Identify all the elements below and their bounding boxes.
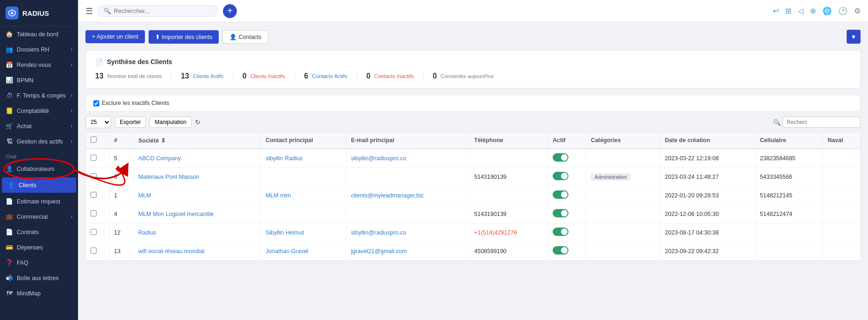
- sidebar-item-estimate[interactable]: 📄 Estimate request: [0, 194, 78, 209]
- row-email[interactable]: sibyllin@radiuspro.co: [346, 223, 469, 242]
- table-search-input[interactable]: [783, 117, 861, 128]
- row-contact[interactable]: sibyllin Radius: [261, 149, 346, 168]
- per-page-select[interactable]: 25 50 100: [85, 116, 111, 128]
- export-button[interactable]: Exporter: [115, 117, 146, 128]
- import-clients-button[interactable]: ⬆ Importer des clients: [149, 30, 219, 44]
- row-actif[interactable]: [548, 205, 586, 223]
- history-icon[interactable]: ↩: [773, 7, 779, 15]
- sidebar-item-commercial[interactable]: 💼 Commercial ›: [0, 209, 78, 224]
- chevron-icon: ›: [71, 62, 72, 67]
- row-checkbox[interactable]: [86, 168, 109, 186]
- row-checkbox[interactable]: [86, 223, 109, 242]
- row-naval: [822, 186, 860, 205]
- svg-point-1: [11, 12, 13, 14]
- row-contact[interactable]: [261, 205, 346, 223]
- row-checkbox[interactable]: [86, 205, 109, 223]
- sidebar-item-clients[interactable]: 👤 Clients: [2, 177, 76, 193]
- row-email[interactable]: [346, 205, 469, 223]
- sidebar-item-rendez-vous[interactable]: 📅 Rendez-vous ›: [0, 57, 78, 72]
- row-naval: [822, 168, 860, 186]
- row-actif[interactable]: [548, 223, 586, 242]
- search-box[interactable]: 🔍: [98, 5, 218, 17]
- manipulation-button[interactable]: Manipulation: [150, 117, 191, 128]
- row-email[interactable]: jgravel21@gmail.com: [346, 242, 469, 261]
- row-societe[interactable]: MLM Mon Logiciel mercantile: [133, 205, 261, 223]
- sidebar-item-tableau-de-bord[interactable]: 🏠 Tableau de bord: [0, 26, 78, 42]
- row-societe[interactable]: MLM: [133, 186, 261, 205]
- row-email[interactable]: clients@myleadmanager.biz: [346, 186, 469, 205]
- row-telephone: [470, 149, 548, 168]
- stat-connected: 0 Connectés aujourd'hui: [424, 72, 503, 80]
- row-date: 2022-12-06 10:05:30: [660, 205, 755, 223]
- row-actif[interactable]: [548, 168, 586, 186]
- row-contact[interactable]: MLM mlm: [261, 186, 346, 205]
- grid-icon[interactable]: ⊞: [785, 7, 791, 15]
- sidebar-item-collaborateurs[interactable]: 👤 Collaborateurs: [0, 161, 78, 176]
- row-date: 2023-08-17 04:30:38: [660, 223, 755, 242]
- stat-inactifs-num: 0: [242, 72, 247, 80]
- sidebar-item-faq[interactable]: ❓ FAQ: [0, 255, 78, 270]
- row-checkbox[interactable]: [86, 242, 109, 261]
- row-cellulaire: 5148212145: [755, 186, 823, 205]
- estimate-icon: 📄: [6, 198, 13, 205]
- stat-connected-num: 0: [433, 72, 437, 80]
- sidebar-item-achat[interactable]: 🛒 Achat ›: [0, 118, 78, 134]
- logo-icon: [6, 7, 19, 20]
- row-societe[interactable]: wifi social réseau mondial: [133, 242, 261, 261]
- row-checkbox[interactable]: [86, 186, 109, 205]
- sidebar-item-boite[interactable]: 📬 Boîte aux lettres: [0, 270, 78, 286]
- select-all-checkbox[interactable]: [91, 137, 97, 143]
- sidebar-item-gestion-actifs[interactable]: 🏗 Gestion des actifs ›: [0, 134, 78, 149]
- clock-icon[interactable]: 🕐: [838, 7, 848, 15]
- row-cellulaire: [755, 223, 823, 242]
- row-contact[interactable]: Sibyllin Helmut: [261, 223, 346, 242]
- row-actif[interactable]: [548, 186, 586, 205]
- sidebar-item-depenses[interactable]: 💳 Dépenses: [0, 240, 78, 255]
- share-icon[interactable]: ◁: [798, 7, 803, 15]
- topbar: ☰ 🔍 + ↩ ⊞ ◁ ⊕ 🌐 🕐 ⚙: [78, 0, 868, 22]
- search-icon: 🔍: [104, 7, 111, 14]
- add-button[interactable]: +: [223, 4, 237, 18]
- exclude-inactive-checkbox[interactable]: [93, 100, 99, 106]
- row-email[interactable]: sibyllin@radiuspro.co: [346, 149, 469, 168]
- refresh-icon[interactable]: ↻: [195, 118, 201, 126]
- globe-icon[interactable]: 🌐: [822, 7, 832, 15]
- row-societe[interactable]: Matériaux Pont Masson: [133, 168, 261, 186]
- search-input[interactable]: [114, 7, 212, 14]
- sidebar-item-dossiers-rh[interactable]: 👥 Dossiers RH ›: [0, 42, 78, 57]
- sidebar-item-bpmn[interactable]: 📊 BPMN: [0, 72, 78, 88]
- sidebar-item-f-temps[interactable]: ⏱ F. Temps & congés ›: [0, 88, 78, 103]
- stat-inactifs: 0 Clients Inactifs: [233, 72, 295, 80]
- hamburger-menu[interactable]: ☰: [85, 6, 93, 16]
- sidebar-item-mindmap[interactable]: 🗺 MindMap: [0, 286, 78, 301]
- contacts-button[interactable]: 👤 Contacts: [222, 30, 268, 44]
- sidebar-label: Contrats: [17, 229, 39, 235]
- calendar-icon: 📅: [6, 61, 13, 68]
- filter-button[interactable]: ▼: [847, 30, 861, 44]
- row-cellulaire: 23823584685: [755, 149, 823, 168]
- assets-icon: 🏗: [6, 138, 13, 145]
- stat-contacts-inactifs-num: 0: [366, 72, 371, 80]
- row-date: 2023-09-22 09:42:32: [660, 242, 755, 261]
- commercial-icon: 💼: [6, 213, 13, 220]
- exclude-inactive-label[interactable]: Exclure les inactifs Clients: [93, 100, 169, 106]
- settings-icon[interactable]: ⚙: [854, 7, 861, 15]
- row-checkbox[interactable]: [86, 149, 109, 168]
- book-icon: 📒: [6, 107, 13, 114]
- client-icon: 👤: [7, 182, 15, 189]
- cart-icon: 🛒: [6, 123, 13, 130]
- notification-icon[interactable]: ⊕: [810, 7, 816, 15]
- contacts-label: 👤 Contacts: [229, 33, 261, 40]
- col-societe[interactable]: Société ⇕: [133, 132, 261, 149]
- row-contact[interactable]: [261, 168, 346, 186]
- row-societe[interactable]: ABCD Company: [133, 149, 261, 168]
- row-actif[interactable]: [548, 149, 586, 168]
- sidebar-item-contrats[interactable]: 📄 Contrats: [0, 224, 78, 240]
- app-logo[interactable]: RADIUS: [0, 0, 78, 26]
- row-actif[interactable]: [548, 242, 586, 261]
- add-client-button[interactable]: + Ajouter un client: [85, 30, 145, 43]
- row-email[interactable]: [346, 168, 469, 186]
- row-societe[interactable]: Radius: [133, 223, 261, 242]
- row-contact[interactable]: Jonathan Gravel: [261, 242, 346, 261]
- sidebar-item-comptabilite[interactable]: 📒 Comptabilité ›: [0, 103, 78, 118]
